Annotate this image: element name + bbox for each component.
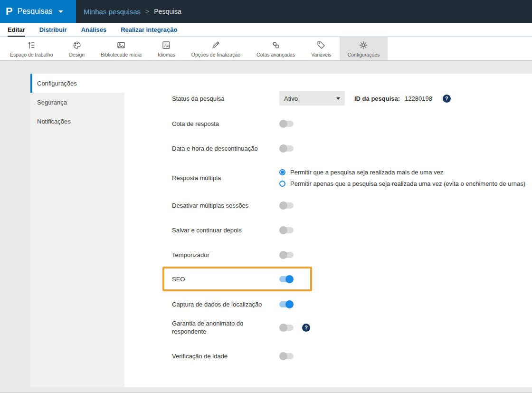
toggle-knob bbox=[279, 201, 287, 210]
seo-label: SEO bbox=[172, 275, 279, 283]
help-icon[interactable]: ? bbox=[302, 324, 310, 332]
temporizador-label: Temporizador bbox=[172, 251, 279, 259]
row-temporizador: Temporizador bbox=[172, 250, 532, 259]
toggle-knob bbox=[285, 300, 294, 308]
status-label: Status da pesquisa bbox=[172, 95, 279, 103]
tab-analises[interactable]: Análises bbox=[81, 26, 106, 37]
gear-icon bbox=[359, 40, 368, 50]
toggle-knob bbox=[285, 275, 294, 283]
svg-text:Aa: Aa bbox=[164, 42, 170, 48]
toolbar-item-biblioteca-de-midia[interactable]: Bibliotecade mídia bbox=[93, 37, 150, 60]
breadcrumb-separator: > bbox=[145, 8, 149, 15]
row-captura-localizacao: Captura de dados de localização bbox=[172, 299, 532, 309]
sidebar-item-label: Segurança bbox=[37, 99, 67, 106]
radio-unselected-icon[interactable] bbox=[279, 181, 285, 187]
radio-option-mais-de-uma-vez[interactable]: Permitir que a pesquisa seja realizada m… bbox=[279, 169, 525, 176]
seo-highlight-box: SEO bbox=[162, 267, 312, 291]
tab-distribuir[interactable]: Distribuir bbox=[39, 26, 67, 37]
radio-option-apenas-uma-vez[interactable]: Permitir apenas que a pesquisa seja real… bbox=[279, 180, 525, 187]
row-salvar-continuar: Salvar e continuar depois bbox=[172, 225, 532, 235]
toggle-temporizador[interactable] bbox=[279, 252, 294, 258]
toolbar-label: Opções de finalização bbox=[191, 52, 240, 58]
row-status-da-pesquisa: Status da pesquisa Ativo ID da pesquisa:… bbox=[172, 91, 532, 105]
toolbar-item-cotas-avancadas[interactable]: Cotas avançadas bbox=[248, 37, 303, 60]
toolbar-item-variaveis[interactable]: Variáveis bbox=[303, 37, 339, 60]
breadcrumb-parent-link[interactable]: Minhas pesquisas bbox=[84, 8, 141, 16]
salvar-label: Salvar e continuar depois bbox=[172, 226, 279, 234]
links-icon bbox=[271, 40, 281, 50]
toggle-localizacao[interactable] bbox=[279, 301, 294, 307]
row-verificacao-idade: Verificação de idade bbox=[172, 351, 532, 361]
sidebar-item-notificacoes[interactable]: Notificações bbox=[30, 112, 124, 131]
status-select[interactable]: Ativo bbox=[279, 91, 345, 105]
sidebar-item-seguranca[interactable]: Segurança bbox=[30, 93, 124, 112]
toggle-multiplas-sessoes[interactable] bbox=[279, 202, 294, 209]
toolbar-label: Configurações bbox=[348, 52, 380, 58]
row-desativar-multiplas-sessoes: Desativar múltiplas sessões bbox=[172, 201, 532, 210]
sidebar-item-label: Configurações bbox=[37, 80, 77, 87]
app-name: Pesquisas bbox=[18, 7, 53, 16]
toolbar-item-espaco-de-trabalho[interactable]: Espaço de trabalho bbox=[2, 37, 61, 60]
topbar: P Pesquisas Minhas pesquisas > Pesquisa bbox=[0, 0, 532, 23]
toolbar-item-design[interactable]: Design bbox=[61, 37, 93, 60]
survey-id-value: 12280198 bbox=[405, 95, 432, 102]
toggle-verificacao-idade[interactable] bbox=[279, 353, 294, 359]
workspace-icon bbox=[27, 40, 36, 50]
edit-toolbar: Espaço de trabalho Design Bibliotecade m… bbox=[0, 37, 532, 61]
tab-editar[interactable]: Editar bbox=[8, 26, 25, 37]
settings-form: Status da pesquisa Ativo ID da pesquisa:… bbox=[124, 74, 532, 387]
resposta-multipla-options: Permitir que a pesquisa seja realizada m… bbox=[279, 169, 525, 187]
row-data-hora-descontinuacao: Data e hora de descontinuação bbox=[172, 144, 532, 153]
bottom-divider bbox=[0, 392, 532, 393]
resposta-multipla-label: Resposta múltipla bbox=[172, 174, 279, 182]
radio-option-label: Permitir apenas que a pesquisa seja real… bbox=[290, 180, 525, 187]
toggle-knob bbox=[279, 352, 287, 360]
toolbar-label: Variáveis bbox=[311, 52, 331, 58]
toggle-cota-de-resposta[interactable] bbox=[279, 121, 294, 127]
status-select-value: Ativo bbox=[284, 95, 298, 102]
palette-icon bbox=[72, 40, 82, 50]
toggle-seo[interactable] bbox=[279, 276, 294, 282]
toggle-knob bbox=[279, 226, 287, 234]
app-logo: P bbox=[6, 5, 13, 18]
radio-option-label: Permitir que a pesquisa seja realizada m… bbox=[290, 169, 443, 176]
sidebar-item-configuracoes[interactable]: Configurações bbox=[30, 74, 124, 93]
toolbar-label: Cotas avançadas bbox=[256, 52, 295, 58]
toolbar-item-opcoes-de-finalizacao[interactable]: Opções de finalização bbox=[183, 37, 248, 60]
help-icon[interactable]: ? bbox=[443, 95, 451, 103]
radio-selected-icon[interactable] bbox=[279, 169, 285, 175]
toolbar-label: Idiomas bbox=[158, 52, 175, 58]
toggle-knob bbox=[279, 251, 287, 259]
toolbar-label: Espaço de trabalho bbox=[10, 52, 53, 58]
toolbar-label: Design bbox=[69, 52, 85, 58]
toggle-knob bbox=[279, 324, 287, 332]
toolbar-item-idiomas[interactable]: Aa Idiomas bbox=[150, 37, 183, 60]
image-icon bbox=[116, 40, 126, 50]
toggle-salvar-continuar[interactable] bbox=[279, 227, 294, 233]
brush-icon bbox=[211, 40, 220, 50]
row-garantia-anonimato: Garantia de anonimato do respondente ? bbox=[172, 319, 532, 335]
tag-icon bbox=[316, 40, 326, 50]
toolbar-label: Bibliotecade mídia bbox=[101, 52, 142, 58]
settings-sidebar: Configurações Segurança Notificações bbox=[30, 74, 124, 387]
toolbar-item-configuracoes[interactable]: Configurações bbox=[340, 37, 388, 60]
localizacao-label: Captura de dados de localização bbox=[172, 300, 279, 308]
breadcrumb: Minhas pesquisas > Pesquisa bbox=[84, 0, 181, 23]
row-resposta-multipla: Resposta múltipla Permitir que a pesquis… bbox=[172, 169, 532, 187]
toggle-anonimato[interactable] bbox=[279, 325, 294, 331]
chevron-down-icon bbox=[336, 97, 340, 100]
main-tabs: Editar Distribuir Análises Realizar inte… bbox=[0, 23, 532, 37]
anonimato-label: Garantia de anonimato do respondente bbox=[172, 319, 279, 335]
tab-realizar-integracao[interactable]: Realizar integração bbox=[121, 26, 177, 37]
toggle-descontinuacao[interactable] bbox=[279, 145, 294, 152]
row-cota-de-resposta: Cota de resposta bbox=[172, 119, 532, 128]
descontinuacao-label: Data e hora de descontinuação bbox=[172, 144, 279, 153]
toggle-knob bbox=[279, 120, 287, 128]
chevron-down-icon bbox=[58, 10, 63, 13]
row-seo: SEO bbox=[172, 274, 310, 284]
toggle-knob bbox=[279, 144, 287, 153]
cota-label: Cota de resposta bbox=[172, 120, 279, 128]
sidebar-item-label: Notificações bbox=[37, 118, 71, 125]
app-switcher[interactable]: P Pesquisas bbox=[0, 0, 76, 23]
idade-label: Verificação de idade bbox=[172, 352, 279, 360]
